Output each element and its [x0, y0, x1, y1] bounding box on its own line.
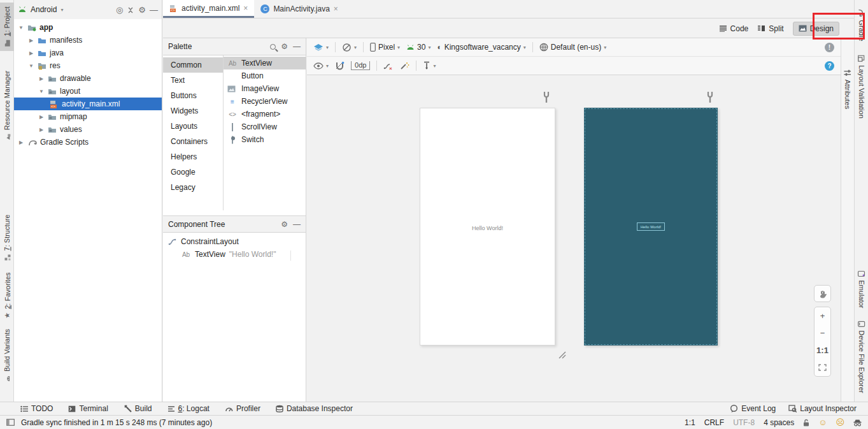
zoom-to-fit-button[interactable]	[815, 359, 830, 376]
tree-item-app[interactable]: ▼ app	[14, 21, 162, 34]
chevron-expanded-icon[interactable]: ▼	[28, 63, 34, 69]
blueprint-hello-world-text[interactable]: Hello World!	[637, 222, 665, 231]
palette-category-helpers[interactable]: Helpers	[163, 149, 223, 164]
sidebar-item-emulator[interactable]: Emulator	[855, 265, 868, 314]
palette-category-widgets[interactable]: Widgets	[163, 103, 223, 119]
palette-item-fragment[interactable]: <> <fragment>	[224, 108, 306, 120]
theme-selector[interactable]: ◐ Kingsoftware_vacancy ▾	[437, 43, 525, 52]
component-textview[interactable]: Ab TextView "Hello World!"	[163, 248, 306, 261]
chevron-collapsed-icon[interactable]: ▶	[28, 38, 34, 43]
zoom-1-1-button[interactable]: 1:1	[815, 342, 830, 359]
event-log-button[interactable]: Event Log	[730, 404, 776, 413]
palette-item-scrollview[interactable]: ScrollView	[224, 120, 306, 133]
hide-panel-button[interactable]: —	[293, 42, 301, 51]
palette-item-button[interactable]: Button	[224, 69, 306, 82]
incognito-icon[interactable]	[853, 419, 862, 426]
line-separator-indicator[interactable]: CRLF	[704, 418, 724, 427]
todo-button[interactable]: TODO	[20, 404, 53, 413]
code-mode-button[interactable]: Code	[719, 24, 749, 33]
sidebar-item-device-file-explorer[interactable]: Device File Explorer	[855, 317, 868, 396]
chevron-collapsed-icon[interactable]: ▶	[18, 140, 24, 145]
hide-panel-button[interactable]: —	[293, 220, 301, 229]
indent-indicator[interactable]: 4 spaces	[764, 418, 794, 427]
project-view-selector[interactable]: Android	[31, 5, 57, 14]
api-level-selector[interactable]: 30 ▾	[406, 43, 430, 52]
sidebar-item-project[interactable]: 1: Project	[0, 3, 14, 51]
design-canvas[interactable]: Hello World! Hello World! + − 1:1	[307, 76, 841, 402]
layout-inspector-button[interactable]: Layout Inspector	[788, 404, 857, 413]
sidebar-item-structure[interactable]: 7: Structure	[0, 210, 14, 265]
palette-category-buttons[interactable]: Buttons	[163, 88, 223, 103]
palette-item-imageview[interactable]: ImageView	[224, 82, 306, 95]
lock-icon[interactable]	[803, 419, 809, 426]
terminal-button[interactable]: Terminal	[68, 404, 108, 413]
design-mode-button[interactable]: Design	[793, 22, 839, 36]
tree-item-manifests[interactable]: ▶ manifests	[14, 34, 162, 47]
palette-item-recyclerview[interactable]: ≡ RecyclerView	[224, 95, 306, 108]
chevron-expanded-icon[interactable]: ▼	[38, 89, 45, 94]
happy-face-icon[interactable]: ☺	[818, 418, 827, 427]
chevron-collapsed-icon[interactable]: ▶	[38, 114, 45, 120]
sidebar-item-resource-manager[interactable]: Resource Manager	[0, 61, 14, 150]
chevron-collapsed-icon[interactable]: ▶	[38, 127, 45, 133]
locale-selector[interactable]: Default (en-us) ▾	[539, 43, 606, 52]
gear-icon[interactable]: ⚙	[281, 220, 288, 229]
palette-item-textview[interactable]: Ab TextView	[224, 57, 306, 69]
status-message[interactable]: Gradle sync finished in 1 m 15 s 248 ms …	[21, 418, 212, 427]
gear-icon[interactable]: ⚙	[138, 5, 146, 15]
orientation-selector[interactable]: ▾	[342, 43, 357, 52]
design-surface-phone[interactable]: Hello World!	[420, 108, 555, 345]
tree-item-java[interactable]: ▶ java	[14, 47, 162, 59]
canvas-resize-handle[interactable]	[557, 349, 567, 360]
collapse-all-button[interactable]	[127, 6, 134, 13]
component-constraintlayout[interactable]: ConstraintLayout	[163, 235, 306, 248]
issues-panel-button[interactable]: !	[825, 43, 834, 52]
locate-file-button[interactable]: ◎	[116, 5, 123, 15]
palette-category-google[interactable]: Google	[163, 164, 223, 180]
caret-position[interactable]: 1:1	[685, 418, 695, 427]
close-icon[interactable]: ×	[334, 4, 338, 13]
tree-item-layout[interactable]: ▼ layout	[14, 85, 162, 98]
split-mode-button[interactable]: Split	[757, 24, 783, 33]
close-icon[interactable]: ×	[243, 4, 248, 13]
sad-face-icon[interactable]: ☹	[836, 418, 844, 427]
design-surface-selector[interactable]: ▾	[313, 43, 329, 52]
infer-constraints-button[interactable]	[400, 61, 409, 70]
encoding-indicator[interactable]: UTF-8	[733, 418, 755, 427]
design-hello-world-text[interactable]: Hello World!	[420, 225, 555, 231]
clear-constraints-button[interactable]: ×	[383, 62, 394, 70]
tool-window-toggle-icon[interactable]	[6, 419, 15, 426]
autoconnect-toggle[interactable]	[335, 61, 345, 70]
align-pack-selector[interactable]: ▾	[423, 61, 436, 70]
gear-icon[interactable]: ⚙	[281, 42, 288, 51]
build-button[interactable]: Build	[124, 404, 152, 413]
zoom-in-button[interactable]: +	[815, 307, 830, 324]
zoom-out-button[interactable]: −	[815, 324, 830, 342]
search-icon[interactable]	[270, 44, 276, 50]
palette-category-legacy[interactable]: Legacy	[163, 180, 223, 195]
tree-item-drawable[interactable]: ▶ drawable	[14, 72, 162, 85]
sidebar-item-favorites[interactable]: ★ 2: Favorites	[0, 268, 14, 323]
sidebar-item-build-variants[interactable]: Build Variants	[0, 325, 14, 386]
pan-hand-button[interactable]	[814, 285, 831, 302]
chevron-collapsed-icon[interactable]: ▶	[28, 50, 34, 56]
help-button[interactable]: ?	[825, 61, 834, 71]
tree-item-values[interactable]: ▶ values	[14, 123, 162, 136]
view-options-selector[interactable]: ▾	[313, 62, 329, 69]
device-selector[interactable]: Pixel ▾	[370, 43, 400, 52]
hide-panel-button[interactable]: —	[150, 5, 158, 15]
chevron-expanded-icon[interactable]: ▼	[18, 25, 24, 31]
tree-item-activity-main-selected[interactable]: <> activity_main.xml	[14, 98, 162, 110]
logcat-button[interactable]: 6: Logcat	[167, 404, 210, 413]
database-inspector-button[interactable]: Database Inspector	[276, 404, 353, 413]
default-margin-control[interactable]: 0dp	[351, 61, 370, 70]
tree-item-mipmap[interactable]: ▶ mipmap	[14, 110, 162, 123]
tab-attributes[interactable]: Attributes	[841, 57, 855, 121]
tree-item-res[interactable]: ▼ res	[14, 59, 162, 72]
sidebar-item-gradle[interactable]: Gradle	[855, 4, 868, 46]
profiler-button[interactable]: Profiler	[225, 404, 260, 413]
tab-activity-main-xml[interactable]: <> activity_main.xml ×	[163, 0, 254, 18]
sidebar-item-layout-validation[interactable]: Layout Validation	[855, 51, 868, 122]
palette-category-text[interactable]: Text	[163, 73, 223, 88]
chevron-collapsed-icon[interactable]: ▶	[38, 76, 45, 82]
